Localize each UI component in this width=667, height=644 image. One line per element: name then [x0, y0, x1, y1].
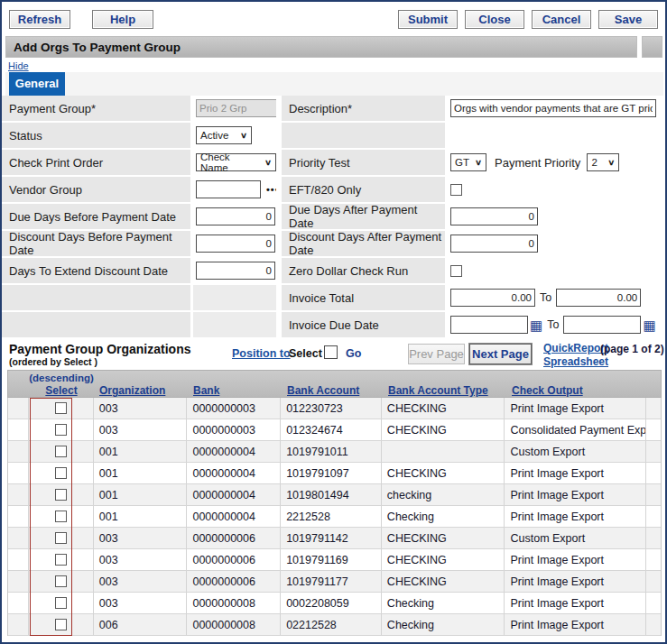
close-button[interactable]: Close [465, 10, 524, 29]
row-select-checkbox[interactable] [55, 467, 67, 479]
chevron-down-icon: ∨ [240, 131, 247, 140]
title-bar-corner [642, 36, 662, 58]
calendar-icon[interactable]: ▦ [530, 319, 542, 331]
invoice-due-date-from-field[interactable] [450, 316, 528, 334]
refresh-button[interactable]: Refresh [9, 10, 70, 29]
cancel-button[interactable]: Cancel [532, 10, 591, 29]
column-header-organization[interactable]: Organization [99, 384, 165, 397]
due-days-after-field[interactable] [450, 207, 538, 225]
row-select-checkbox[interactable] [55, 489, 67, 501]
go-button[interactable]: Go [346, 347, 361, 360]
invoice-total-label: Invoice Total [282, 285, 448, 310]
row-gutter [646, 549, 661, 570]
check-output-cell: Print Image Export [505, 571, 646, 592]
bank-account-type-cell: Checking [382, 614, 505, 635]
days-to-extend-field[interactable] [196, 262, 275, 280]
payment-priority-label: Payment Priority [495, 156, 580, 170]
row-select-checkbox[interactable] [55, 424, 67, 436]
org-table-body: 003 0000000003 012230723 CHECKING Print … [7, 398, 662, 636]
description-label: Description* [282, 96, 448, 121]
check-print-order-label: Check Print Order [2, 150, 193, 175]
spreadsheet-link[interactable]: Spreadsheet [543, 355, 608, 368]
invoice-total-to-field[interactable] [556, 289, 641, 307]
row-gutter [8, 549, 29, 570]
status-select[interactable]: Active ∨ [196, 126, 252, 144]
due-days-before-field[interactable] [196, 207, 275, 225]
bank-account-type-cell: checking [382, 484, 505, 505]
submit-button[interactable]: Submit [398, 10, 458, 29]
row-gutter [646, 398, 661, 419]
column-header-bank[interactable]: Bank [193, 384, 219, 397]
row-gutter [8, 463, 29, 483]
check-output-cell: Print Image Export [505, 614, 646, 635]
table-row: 003 0000000006 1019791169 CHECKING Print… [8, 549, 661, 571]
row-gutter [8, 571, 29, 592]
empty-label [2, 285, 193, 310]
payment-priority-select[interactable]: 2 ∨ [587, 153, 619, 171]
organization-cell: 003 [94, 419, 188, 440]
save-button[interactable]: Save [598, 10, 658, 29]
row-gutter [646, 593, 661, 613]
organizations-title: Payment Group Organizations [9, 342, 190, 356]
row-select-checkbox[interactable] [55, 446, 67, 457]
form-row: Invoice Due Date ▦ To ▦ [2, 312, 665, 339]
bank-cell: 0000000004 [187, 484, 281, 505]
column-header-check-output[interactable]: Check Output [512, 384, 583, 397]
bank-account-cell: 2212528 [281, 506, 382, 527]
form-row: Payment Group* Description* [2, 96, 665, 123]
form-row: Status Active ∨ [2, 123, 665, 150]
tab-general[interactable]: General [9, 72, 65, 96]
row-gutter [8, 484, 29, 505]
column-header-bank-account-type[interactable]: Bank Account Type [388, 384, 488, 397]
check-print-order-select[interactable]: Check Name ∨ [196, 153, 276, 171]
column-header-select[interactable]: Select [29, 384, 94, 397]
zero-dollar-check-run-checkbox[interactable] [450, 265, 462, 277]
table-row: 003 0000000008 0002208059 Checking Print… [8, 593, 661, 614]
row-select-checkbox[interactable] [55, 532, 67, 544]
quickreport-link[interactable]: QuickReport [543, 342, 608, 354]
row-select-checkbox[interactable] [55, 575, 67, 587]
bank-cell: 0000000008 [187, 593, 281, 613]
next-page-button[interactable]: Next Page [469, 344, 532, 364]
invoice-due-date-to-field[interactable] [563, 316, 641, 334]
invoice-total-from-field[interactable] [450, 289, 535, 307]
form-row: Days To Extend Discount Date Zero Dollar… [2, 258, 665, 285]
row-select-checkbox[interactable] [55, 511, 67, 522]
bank-account-type-cell: CHECKING [382, 528, 505, 548]
calendar-icon[interactable]: ▦ [643, 319, 655, 331]
organization-cell: 003 [94, 571, 188, 592]
discount-days-after-field[interactable] [450, 235, 538, 253]
eft-820-only-checkbox[interactable] [450, 184, 462, 196]
bank-account-cell: 1019791142 [281, 528, 382, 548]
row-gutter [646, 441, 661, 462]
form-row: Due Days Before Payment Date Due Days Af… [2, 204, 665, 231]
days-to-extend-label: Days To Extend Discount Date [2, 258, 193, 283]
row-select-checkbox[interactable] [55, 597, 67, 609]
bank-account-cell: 02212528 [281, 614, 382, 635]
bank-cell: 0000000006 [187, 528, 281, 548]
bank-account-type-cell: CHECKING [382, 571, 505, 592]
eft-820-only-label: EFT/820 Only [282, 177, 448, 202]
row-select-checkbox[interactable] [55, 554, 67, 566]
position-to-input[interactable] [324, 345, 338, 359]
position-to-link[interactable]: Position to [232, 347, 291, 360]
vendor-group-field[interactable] [196, 180, 261, 198]
bank-account-cell: 1019791177 [281, 571, 382, 592]
organization-cell: 003 [94, 593, 188, 613]
discount-days-before-field[interactable] [196, 235, 275, 253]
table-row: 006 0000000008 02212528 Checking Print I… [8, 614, 661, 636]
hide-link[interactable]: Hide [8, 60, 29, 71]
help-button[interactable]: Help [92, 10, 153, 29]
payment-priority-value: 2 [591, 157, 597, 168]
description-field[interactable] [450, 99, 656, 117]
bank-account-cell: 1019801494 [281, 484, 382, 505]
row-select-checkbox[interactable] [55, 619, 67, 630]
priority-test-select[interactable]: GT ∨ [450, 153, 486, 171]
zero-dollar-check-run-label: Zero Dollar Check Run [282, 258, 448, 283]
row-gutter [8, 419, 29, 440]
chevron-down-icon: ∨ [607, 158, 615, 167]
row-select-checkbox[interactable] [55, 402, 67, 414]
row-gutter [8, 441, 29, 462]
column-header-bank-account[interactable]: Bank Account [287, 384, 359, 397]
priority-test-value: GT [455, 157, 469, 168]
